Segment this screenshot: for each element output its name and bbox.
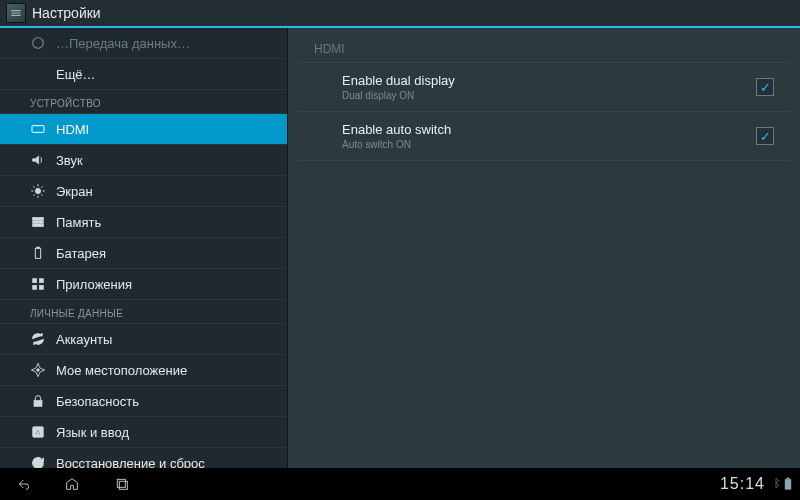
status-icons[interactable]: [771, 477, 792, 491]
checkbox-icon[interactable]: ✓: [756, 127, 774, 145]
sidebar-item-storage[interactable]: Память: [0, 207, 287, 238]
settings-app-icon: [6, 3, 26, 23]
sidebar-label: Мое местоположение: [56, 363, 187, 378]
svg-rect-14: [35, 248, 40, 258]
apps-icon: [30, 276, 46, 292]
recent-apps-button[interactable]: [108, 474, 136, 494]
sidebar-label: …Передача данных…: [56, 36, 190, 51]
svg-rect-12: [33, 221, 44, 224]
sidebar-item-location[interactable]: Мое местоположение: [0, 355, 287, 386]
home-button[interactable]: [58, 474, 86, 494]
sidebar-label: Память: [56, 215, 101, 230]
sidebar-item-battery[interactable]: Батарея: [0, 238, 287, 269]
setting-subtitle: Auto switch ON: [342, 139, 756, 150]
setting-title: Enable auto switch: [342, 122, 756, 137]
battery-status-icon: [784, 477, 792, 491]
status-clock[interactable]: 15:14: [720, 475, 765, 493]
sidebar-header-personal: ЛИЧНЫЕ ДАННЫЕ: [0, 300, 287, 324]
svg-line-9: [33, 194, 34, 195]
sidebar-item-hdmi[interactable]: HDMI: [0, 114, 287, 145]
sidebar-item-truncated[interactable]: …Передача данных…: [0, 28, 287, 59]
sidebar-label: HDMI: [56, 122, 89, 137]
svg-point-2: [35, 188, 40, 193]
svg-rect-27: [786, 478, 789, 480]
sidebar-item-display[interactable]: Экран: [0, 176, 287, 207]
sidebar-header-device: УСТРОЙСТВО: [0, 90, 287, 114]
svg-rect-11: [33, 217, 44, 220]
svg-rect-13: [33, 224, 44, 227]
setting-title: Enable dual display: [342, 73, 756, 88]
sidebar-item-apps[interactable]: Приложения: [0, 269, 287, 300]
data-usage-icon: [30, 35, 46, 51]
sidebar-label: Приложения: [56, 277, 132, 292]
sidebar-item-language[interactable]: A Язык и ввод: [0, 417, 287, 448]
sidebar-label: Ещё…: [56, 67, 96, 82]
storage-icon: [30, 214, 46, 230]
battery-icon: [30, 245, 46, 261]
svg-rect-17: [39, 279, 43, 283]
sidebar-label: Безопасность: [56, 394, 139, 409]
system-nav-bar: 15:14: [0, 468, 800, 500]
sidebar-label: Звук: [56, 153, 83, 168]
title-bar: Настройки: [0, 0, 800, 28]
sidebar-item-more[interactable]: Ещё…: [0, 59, 287, 90]
checkbox-icon[interactable]: ✓: [756, 78, 774, 96]
back-button[interactable]: [8, 474, 36, 494]
bluetooth-icon: [771, 477, 781, 491]
sidebar-item-accounts[interactable]: Аккаунты: [0, 324, 287, 355]
sidebar-label: Экран: [56, 184, 93, 199]
svg-rect-19: [39, 285, 43, 289]
svg-rect-24: [117, 479, 125, 487]
sound-icon: [30, 152, 46, 168]
sidebar-item-security[interactable]: Безопасность: [0, 386, 287, 417]
svg-point-0: [33, 38, 44, 49]
svg-rect-26: [785, 479, 791, 489]
setting-auto-switch[interactable]: Enable auto switch Auto switch ON ✓: [298, 112, 790, 161]
sidebar-label: Аккаунты: [56, 332, 112, 347]
svg-rect-25: [119, 481, 127, 489]
svg-point-20: [37, 369, 40, 372]
app-title: Настройки: [32, 5, 101, 21]
svg-line-8: [41, 194, 42, 195]
sidebar-label: Восстановление и сброс: [56, 456, 205, 469]
svg-text:A: A: [35, 428, 41, 437]
sync-icon: [30, 331, 46, 347]
svg-rect-18: [33, 285, 37, 289]
sidebar-item-backup[interactable]: Восстановление и сброс: [0, 448, 287, 468]
sidebar-label: Язык и ввод: [56, 425, 129, 440]
svg-line-7: [33, 186, 34, 187]
settings-sidebar[interactable]: …Передача данных… Ещё… УСТРОЙСТВО HDMI З…: [0, 28, 288, 468]
svg-rect-21: [34, 400, 42, 406]
sidebar-item-sound[interactable]: Звук: [0, 145, 287, 176]
lock-icon: [30, 393, 46, 409]
section-header: HDMI: [298, 28, 790, 63]
language-icon: A: [30, 424, 46, 440]
svg-rect-1: [32, 126, 44, 133]
display-icon: [30, 183, 46, 199]
svg-rect-15: [37, 247, 40, 248]
settings-detail-panel: HDMI Enable dual display Dual display ON…: [288, 28, 800, 468]
hdmi-icon: [30, 121, 46, 137]
setting-dual-display[interactable]: Enable dual display Dual display ON ✓: [298, 63, 790, 112]
location-icon: [30, 362, 46, 378]
sidebar-label: Батарея: [56, 246, 106, 261]
svg-line-10: [41, 186, 42, 187]
svg-rect-16: [33, 279, 37, 283]
backup-icon: [30, 455, 46, 468]
setting-subtitle: Dual display ON: [342, 90, 756, 101]
